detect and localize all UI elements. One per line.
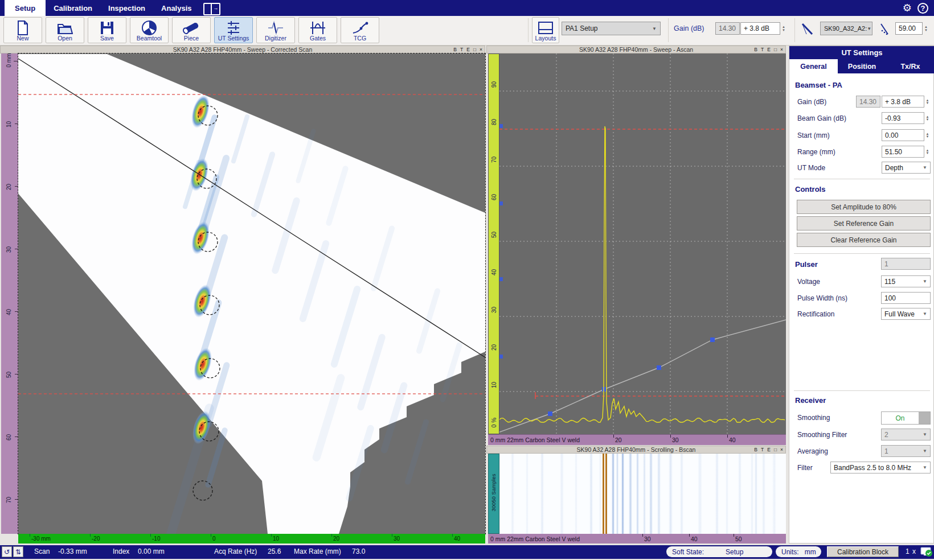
tab-position[interactable]: Position bbox=[838, 59, 886, 73]
menu-setup[interactable]: Setup bbox=[5, 0, 46, 16]
tab-general[interactable]: General bbox=[789, 59, 838, 73]
reset-icon[interactable]: ↺ bbox=[2, 546, 12, 557]
ut-settings-panel-title: UT Settings bbox=[789, 46, 934, 59]
set-amplitude-button[interactable]: Set Amplitude to 80% bbox=[797, 200, 931, 214]
window-button-close[interactable]: × bbox=[780, 447, 783, 452]
layout-preset-select[interactable]: PA1 Setup ▼ bbox=[562, 22, 661, 35]
smoothing-filter-select[interactable]: 2▼ bbox=[881, 429, 931, 440]
toolbar-button-gates[interactable]: Gates bbox=[298, 17, 337, 43]
filter-select[interactable]: BandPass 2.5 to 8.0 MHz▼ bbox=[830, 462, 931, 473]
calibration-block-button[interactable]: Calibration Block bbox=[827, 546, 899, 557]
ascan-window-buttons: BTE□× bbox=[754, 47, 783, 52]
amplitude-label: 90 bbox=[491, 76, 497, 93]
toolbar-button-ut-settings[interactable]: UT Settings bbox=[214, 17, 253, 43]
pulser-value: 1 bbox=[881, 258, 931, 270]
receiver-heading: Receiver bbox=[795, 396, 826, 405]
ruler-label: 20 bbox=[615, 437, 622, 443]
menu-analysis[interactable]: Analysis bbox=[153, 0, 199, 16]
toolbar-button-beamtool[interactable]: Beamtool bbox=[130, 17, 169, 43]
window-button-b[interactable]: B bbox=[754, 47, 757, 52]
beam-gain-label: Beam Gain (dB) bbox=[797, 114, 846, 122]
soft-state-label: Soft State: bbox=[672, 548, 704, 556]
piece-cylinder-icon bbox=[183, 20, 200, 35]
menu-bar: Setup Calibration Inspection Analysis ⚙ … bbox=[0, 0, 934, 16]
window-button-e[interactable]: E bbox=[466, 47, 470, 52]
encoder-icon[interactable]: ⇅ bbox=[13, 546, 23, 557]
window-button-e[interactable]: E bbox=[767, 447, 771, 452]
window-button-maximize[interactable]: □ bbox=[774, 47, 777, 52]
smoothing-toggle[interactable]: On bbox=[881, 411, 931, 425]
bscan-plot[interactable] bbox=[499, 454, 786, 534]
multiplier-value: 1 bbox=[906, 547, 910, 555]
bscan-indication-stripe bbox=[511, 454, 514, 534]
probe-select[interactable]: SK90_A32_A2: ▼ bbox=[820, 22, 872, 35]
menu-inspection[interactable]: Inspection bbox=[100, 0, 153, 16]
window-button-b[interactable]: B bbox=[453, 47, 457, 52]
help-icon[interactable]: ? bbox=[917, 3, 928, 14]
multiplier-x: x bbox=[912, 547, 916, 555]
toolbar-button-label: Save bbox=[100, 35, 114, 42]
window-button-b[interactable]: B bbox=[754, 447, 757, 452]
toolbar-button-label: Piece bbox=[184, 35, 199, 42]
window-button-e[interactable]: E bbox=[767, 47, 771, 52]
ruler-label: -20 bbox=[92, 536, 100, 542]
toolbar-button-save[interactable]: Save bbox=[88, 17, 126, 43]
corrected-scan-view[interactable] bbox=[18, 53, 485, 534]
ruler-label: 20 bbox=[333, 536, 339, 542]
ut-mode-select[interactable]: Depth▼ bbox=[882, 162, 931, 174]
layout-window-icon[interactable] bbox=[203, 3, 220, 15]
window-button-t[interactable]: T bbox=[761, 47, 764, 52]
pulse-width-input[interactable]: 100 bbox=[881, 292, 931, 304]
ascan-ruler-text: 0 mm 22mm Carbon Steel V weld bbox=[490, 437, 580, 443]
ruler-tick bbox=[331, 534, 332, 537]
toolbar-button-new[interactable]: New bbox=[3, 17, 42, 43]
gain-spinner[interactable]: ▲▼ bbox=[780, 22, 787, 35]
layouts-button[interactable]: Layouts bbox=[532, 17, 559, 43]
range-spinner[interactable]: ▲▼ bbox=[924, 146, 931, 158]
rectification-select[interactable]: Full Wave▼ bbox=[881, 308, 931, 320]
scan-value: -0.33 mm bbox=[58, 547, 87, 555]
chevron-down-icon: ▼ bbox=[867, 26, 871, 31]
gear-icon[interactable]: ⚙ bbox=[903, 2, 912, 14]
range-input[interactable]: 51.50 bbox=[882, 146, 924, 158]
beam-gain-spinner[interactable]: ▲▼ bbox=[924, 112, 931, 124]
ruler-tick bbox=[727, 435, 728, 438]
gain-delta-input[interactable]: + 3.8 dB bbox=[740, 22, 780, 35]
beam-gain-input[interactable]: -0.93 bbox=[882, 112, 924, 124]
start-input[interactable]: 0.00 bbox=[882, 129, 924, 141]
toolbar-button-tcg[interactable]: TCG bbox=[341, 17, 379, 43]
window-button-maximize[interactable]: □ bbox=[774, 447, 777, 452]
window-button-close[interactable]: × bbox=[480, 47, 482, 52]
averaging-select[interactable]: 1▼ bbox=[881, 445, 931, 457]
window-button-t[interactable]: T bbox=[460, 47, 463, 52]
max-rate-value: 73.0 bbox=[352, 547, 365, 555]
amplitude-label: 0 % bbox=[491, 414, 497, 431]
amplitude-label: 10 bbox=[491, 377, 497, 394]
angle-spinner[interactable]: ▲▼ bbox=[923, 22, 929, 35]
window-button-t[interactable]: T bbox=[761, 447, 764, 452]
toolbar-button-piece[interactable]: Piece bbox=[172, 17, 211, 43]
voltage-select[interactable]: 115▼ bbox=[881, 275, 931, 287]
panel-gain-spinner[interactable]: ▲▼ bbox=[924, 96, 931, 108]
menu-calibration[interactable]: Calibration bbox=[46, 0, 100, 16]
start-spinner[interactable]: ▲▼ bbox=[924, 129, 931, 141]
window-button-close[interactable]: × bbox=[780, 47, 783, 52]
tab-txrx[interactable]: Tx/Rx bbox=[886, 59, 934, 73]
layouts-icon bbox=[538, 20, 553, 35]
set-reference-gain-button[interactable]: Set Reference Gain bbox=[797, 216, 931, 230]
toolbar-button-digitizer[interactable]: Digitizer bbox=[256, 17, 295, 43]
window-button-maximize[interactable]: □ bbox=[473, 47, 476, 52]
angle-input[interactable]: 59.00 bbox=[895, 22, 923, 35]
units-value: mm bbox=[805, 548, 816, 556]
beamtool-icon bbox=[141, 20, 157, 35]
ruler-tick bbox=[150, 534, 151, 537]
soft-state-pill[interactable]: Soft State: Setup bbox=[666, 546, 772, 557]
clear-reference-gain-button[interactable]: Clear Reference Gain bbox=[797, 233, 931, 247]
ruler-tick bbox=[734, 534, 734, 537]
units-pill[interactable]: Units: mm bbox=[776, 546, 821, 557]
ascan-plot[interactable] bbox=[499, 53, 786, 434]
ruler-label: 70 bbox=[6, 495, 12, 506]
panel-gain-delta-input[interactable]: + 3.8 dB bbox=[882, 96, 924, 108]
chevron-down-icon: ▼ bbox=[923, 432, 927, 437]
toolbar-button-open[interactable]: Open bbox=[46, 17, 84, 43]
